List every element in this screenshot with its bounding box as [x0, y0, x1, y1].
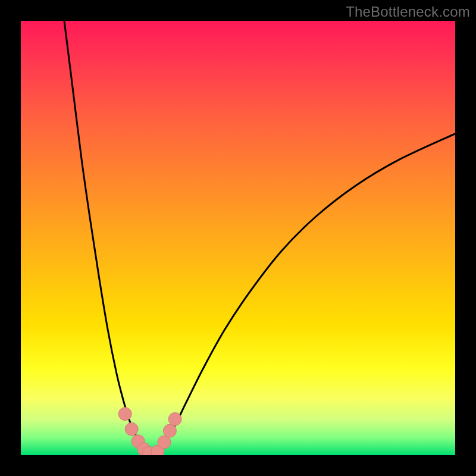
marker-dot	[118, 408, 131, 421]
marker-dot	[125, 422, 138, 436]
curve-left-branch	[64, 21, 151, 455]
marker-dot	[168, 412, 181, 425]
watermark-text: TheBottleneck.com	[346, 4, 470, 20]
curve-right-branch	[151, 134, 455, 455]
bottleneck-curve	[64, 21, 455, 455]
marker-dot	[163, 424, 176, 437]
curve-layer	[21, 21, 455, 455]
marker-group	[118, 408, 181, 455]
outer-frame: TheBottleneck.com	[0, 0, 476, 476]
plot-area	[21, 21, 455, 455]
